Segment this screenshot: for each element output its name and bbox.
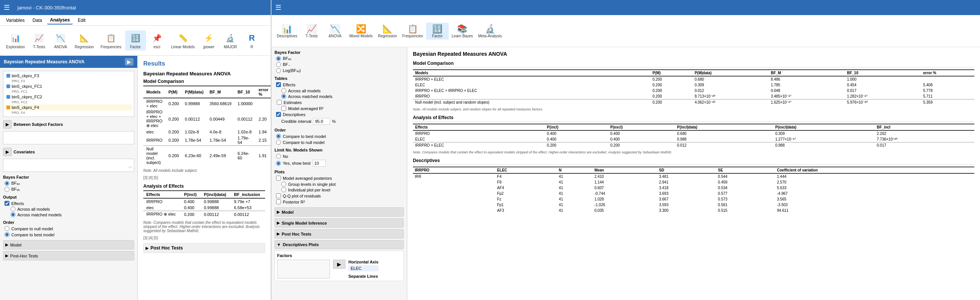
settings-log-bf[interactable]: Log(BF₁₀) [276, 68, 404, 73]
toolbar-ttests-r[interactable]: 📈 T-Tests [300, 22, 323, 40]
s-compare-best[interactable]: Compare to best model [276, 134, 404, 139]
var-dot-f3 [6, 74, 10, 78]
s-effects-checkbox[interactable]: Effects [276, 82, 404, 87]
bf10-radio-left[interactable]: BF₁₀ [5, 181, 134, 186]
across-all-radio[interactable]: Across all models [11, 206, 134, 211]
limit-value-input[interactable] [313, 160, 326, 167]
var-dot-fc2 [6, 95, 10, 99]
var-item-f4[interactable]: bin5_ckpro_F4 [5, 105, 132, 110]
limit-no[interactable]: No [276, 154, 404, 159]
between-subject-label: Between Subject Factors [14, 122, 63, 127]
model-comparison-title: Model Comparison [143, 79, 265, 84]
settings-bf10[interactable]: BF₁₀ [276, 56, 404, 61]
limit-yes[interactable]: Yes, show best [276, 161, 311, 166]
toolbar-major[interactable]: 🔬 MAJOR [220, 30, 240, 51]
settings-bayes-label: Bayes Factor [275, 50, 404, 55]
s-estimates[interactable]: Estimates [276, 100, 404, 105]
chevron-right-posthoc: ▶ [146, 246, 149, 251]
desc-col-elec: ELEC [495, 167, 557, 173]
descriptives-icon: 📊 [282, 24, 292, 34]
col-error: error % [256, 86, 271, 98]
compare-null-radio[interactable]: Compare to null model [5, 226, 134, 231]
horizontal-axis-label: Horizontal Axis [348, 260, 379, 264]
menu-variables[interactable]: Variables [3, 17, 27, 24]
posthoc-coll-label: Post Hoc Tests [282, 232, 312, 236]
s-model-avg-r2[interactable]: Model averaged R² [276, 106, 404, 111]
note-model: Note. All models include subject. [143, 168, 265, 173]
toolbar-anova[interactable]: 📉 ANOVA [50, 30, 71, 51]
effects-checkbox[interactable]: Effects [5, 201, 134, 206]
compare-best-radio[interactable]: Compare to best model [5, 232, 134, 237]
hamburger-icon[interactable]: ☰ [4, 3, 10, 12]
toolbar-esci[interactable]: 📌 esci [147, 30, 167, 51]
plot-qq[interactable]: Q-Q plot of residuals [276, 193, 404, 198]
menu-data[interactable]: Data [29, 17, 45, 24]
var-item-fc1[interactable]: bin5_ckpro_FC1 [5, 83, 132, 89]
toolbar-exploration[interactable]: 📊 Exploration [3, 30, 28, 51]
model-collapsible[interactable]: ▶ Model [275, 207, 404, 217]
col-pmdata: P(M|data) [182, 86, 207, 98]
menu-analyses[interactable]: Analyses [47, 16, 73, 24]
chevron-desc: ▼ [277, 242, 281, 247]
desc-col-sd: SD [657, 167, 716, 173]
toolbar-regression[interactable]: 📐 Regression [72, 30, 97, 51]
rae-col-pexcl: P(excl) [608, 124, 675, 130]
across-matched-radio[interactable]: Across matched models [11, 212, 134, 217]
s-across-all[interactable]: Across all models [281, 88, 404, 93]
pencil-icon: ✏ [129, 165, 132, 170]
rmc-col-bfm: BF_M [768, 70, 845, 76]
s-compare-null[interactable]: Compare to null model [276, 140, 404, 145]
linearmodels-icon: 📏 [177, 32, 189, 44]
credible-interval-input[interactable] [313, 118, 330, 125]
plot-group-levels[interactable]: Group levels in single plot [281, 182, 404, 187]
bf01-radio-left[interactable]: BF₀₁ [5, 187, 134, 192]
hamburger-right[interactable]: ☰ [275, 3, 281, 12]
posthoc-section-btn[interactable]: ▶ Post-Hoc Tests [3, 251, 134, 260]
add-covariate-btn[interactable]: ▶ [3, 148, 12, 156]
single-model-collapsible[interactable]: ▶ Single Model Inference [275, 218, 404, 228]
toolbar-factor[interactable]: 🔢 Factor [125, 30, 146, 51]
settings-bf-minus[interactable]: BF₋ [276, 62, 404, 67]
panel-arrow-right[interactable]: ▶ [125, 58, 134, 65]
toolbar-linearmodels[interactable]: 📏 Linear Models [168, 30, 198, 51]
model-section-btn[interactable]: ▶ Model [3, 240, 134, 249]
factors-section: Factors ▶ Horizontal Axis ELEC Separate … [275, 251, 404, 281]
posthoc-results-btn[interactable]: ▶ Post Hoc Tests [143, 243, 265, 253]
add-variable-btn[interactable]: ▶ [3, 120, 12, 129]
toolbar-ttests[interactable]: 📈 T-Tests [29, 30, 49, 51]
toolbar-r[interactable]: R R [241, 30, 262, 51]
chevron-model: ▶ [277, 210, 280, 214]
toolbar-factor-r[interactable]: 🔢 Factor [426, 22, 449, 40]
menu-edit[interactable]: Edit [75, 17, 89, 24]
toolbar-learnbayes[interactable]: 📚 Learn Bayes [449, 22, 475, 40]
toolbar-anova-r[interactable]: 📉 ANOVA [323, 22, 346, 40]
single-model-label: Single Model Inference [282, 221, 327, 225]
mixedmodels-icon: 🔀 [356, 24, 366, 34]
plot-posterior-r2[interactable]: Posterior R² [276, 199, 404, 204]
var-item-f3[interactable]: bin5_ckpro_F3 [5, 73, 132, 79]
plot-model-avg[interactable]: Model averaged posteriors [276, 176, 404, 181]
toolbar-frequencies-r[interactable]: 📋 Frequencies [400, 22, 425, 40]
credible-unit: % [332, 119, 336, 124]
toolbar-regression-r[interactable]: 📐 Regression [375, 22, 399, 40]
toolbar-descriptives[interactable]: 📊 Descriptives [275, 22, 299, 40]
right-mc-title: Model Comparison [413, 61, 974, 67]
analysis-effects-title: Analysis of Effects [143, 184, 265, 189]
order-label-left: Order [3, 220, 134, 225]
r-icon: R [246, 32, 258, 44]
toolbar-metaanalysis[interactable]: 🔬 Meta-Analysis [476, 22, 504, 40]
toolbar-frequencies[interactable]: 📋 Frequencies [98, 30, 124, 51]
s-across-matched[interactable]: Across matched models [281, 94, 404, 99]
posthoc-collapsible[interactable]: ▶ Post Hoc Tests [275, 229, 404, 238]
s-descriptives[interactable]: Descriptives [276, 112, 404, 117]
plot-individual[interactable]: Individual plot per level [281, 187, 404, 192]
col-bf10: BF_10 [234, 86, 256, 98]
var-item-fc2[interactable]: bin5_ckpro_FC2 [5, 94, 132, 100]
eff-col-bfinc: BF_inclusion [231, 191, 265, 198]
toolbar-mixedmodels[interactable]: 🔀 Mixed Models [347, 22, 375, 40]
desc-plots-collapsible[interactable]: ▼ Descriptives Plots [275, 240, 404, 249]
factors-arrow-btn[interactable]: ▶ [333, 260, 345, 269]
toolbar-jpower[interactable]: ⚡ jpower [198, 30, 219, 51]
rae-col-pexcldata: P(excl|data) [773, 124, 874, 130]
desc-col-cv: Coefficient of variation [775, 167, 974, 173]
